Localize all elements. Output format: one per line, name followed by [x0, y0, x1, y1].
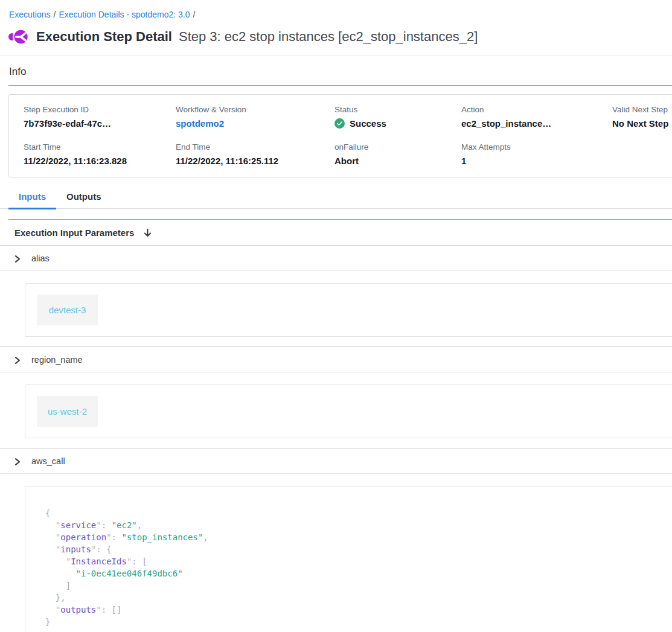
field-label: Max Attempts — [461, 142, 612, 152]
inputs-outputs-tabbar: Inputs Outputs — [0, 191, 672, 209]
field-label: Start Time — [24, 142, 176, 152]
execution-input-parameters-header: Execution Input Parameters — [0, 220, 672, 245]
breadcrumb-separator: / — [190, 10, 199, 19]
field-action: Action ec2_stop_instance… — [461, 105, 612, 129]
chevron-right-icon[interactable] — [14, 458, 21, 465]
page-title: Execution Step Detail — [36, 29, 172, 45]
field-value: ec2_stop_instance… — [461, 118, 612, 129]
execution-step-detail-page: Executions/Execution Details - spotdemo2… — [0, 0, 672, 632]
breadcrumb-separator: / — [50, 10, 59, 19]
workflow-link[interactable]: spotdemo2 — [176, 118, 334, 129]
field-start-time: Start Time 11/22/2022, 11:16:23.828 — [24, 142, 176, 166]
field-max-attempts: Max Attempts 1 — [461, 142, 612, 166]
field-workflow-version: Workflow & Version spotdemo2 — [176, 105, 334, 129]
field-value: 11/22/2022, 11:16:23.828 — [24, 156, 176, 166]
section-region-name-header[interactable]: region_name — [0, 347, 672, 372]
breadcrumb-link-executions[interactable]: Executions — [9, 10, 50, 19]
field-valid-next-step: Valid Next Step No Next Step — [612, 105, 672, 129]
breadcrumb-link-execution-details[interactable]: Execution Details - spotdemo2: 3.0 — [59, 10, 190, 19]
status-badge: Success — [334, 118, 461, 129]
section-region-name-label: region_name — [31, 355, 83, 365]
alias-value: devtest-3 — [37, 295, 98, 325]
field-step-execution-id: Step Execution ID 7b73f93e-edaf-47c… — [24, 105, 176, 129]
section-alias-label: alias — [31, 254, 50, 263]
field-value: Abort — [334, 156, 461, 166]
sort-down-arrow-icon[interactable] — [143, 228, 152, 238]
region-name-value-panel: us-west-2 — [25, 385, 672, 438]
region-name-value: us-west-2 — [37, 396, 98, 427]
section-alias-header[interactable]: alias — [0, 246, 672, 271]
field-label: End Time — [176, 142, 334, 152]
field-label: Valid Next Step — [612, 105, 672, 114]
field-label: Status — [334, 105, 461, 114]
chevron-right-icon[interactable] — [14, 255, 21, 262]
step-info-card: Step Execution ID 7b73f93e-edaf-47c… Wor… — [8, 94, 672, 177]
field-label: onFailure — [334, 142, 461, 152]
field-value: 1 — [461, 156, 612, 166]
page-subtitle: Step 3: ec2 stop instances [ec2_stop_ins… — [179, 29, 478, 45]
success-check-icon — [334, 118, 345, 129]
field-label: Step Execution ID — [24, 105, 176, 114]
status-text: Success — [350, 118, 386, 129]
field-value: 11/22/2022, 11:16:25.112 — [176, 156, 334, 166]
tab-outputs[interactable]: Outputs — [56, 191, 112, 209]
section-region-name: region_name us-west-2 — [0, 346, 672, 438]
info-section-heading: Info — [0, 56, 672, 78]
field-value: No Next Step — [612, 118, 672, 129]
aws-call-code: { "service": "ec2", "operation": "stop_i… — [45, 507, 672, 628]
tab-inputs[interactable]: Inputs — [8, 191, 56, 209]
field-value: 7b73f93e-edaf-47c… — [24, 118, 176, 129]
workflow-brand-icon — [8, 28, 29, 46]
chevron-right-icon[interactable] — [14, 356, 21, 363]
field-label: Action — [461, 105, 612, 114]
field-empty — [612, 142, 672, 166]
field-status: Status Success — [334, 105, 461, 129]
page-header: Execution Step Detail Step 3: ec2 stop i… — [0, 19, 672, 46]
section-aws-call-header[interactable]: aws_call — [0, 448, 672, 474]
section-aws-call-label: aws_call — [31, 456, 65, 466]
field-end-time: End Time 11/22/2022, 11:16:25.112 — [176, 142, 334, 166]
execution-input-parameters-label: Execution Input Parameters — [14, 228, 134, 238]
section-alias: alias devtest-3 — [0, 245, 672, 337]
field-label: Workflow & Version — [176, 105, 334, 114]
info-heading-divider — [8, 85, 672, 86]
alias-value-panel: devtest-3 — [25, 283, 672, 337]
section-aws-call: aws_call { "service": "ec2", "operation"… — [0, 448, 672, 632]
breadcrumb: Executions/Execution Details - spotdemo2… — [0, 0, 672, 19]
field-on-failure: onFailure Abort — [334, 142, 461, 166]
aws-call-code-panel: { "service": "ec2", "operation": "stop_i… — [25, 486, 672, 632]
